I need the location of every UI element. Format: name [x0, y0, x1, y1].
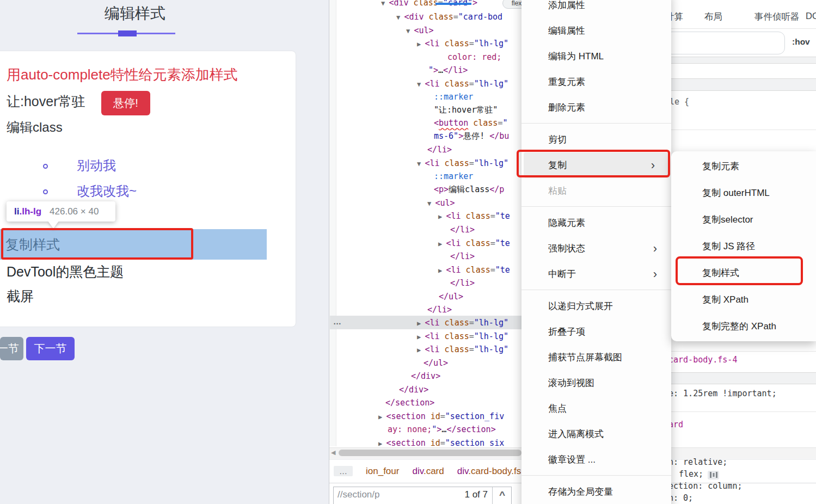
- list-item[interactable]: 截屏: [7, 287, 34, 305]
- code-line[interactable]: </li>: [427, 304, 452, 316]
- submenu-item[interactable]: 复制selector: [671, 206, 816, 233]
- code-line[interactable]: color: red;: [447, 51, 501, 63]
- code-line[interactable]: </li>: [427, 144, 452, 156]
- context-menu-item[interactable]: 重复元素: [521, 69, 671, 95]
- expand-arrow-icon[interactable]: ▶: [438, 267, 446, 274]
- code-token: <ul>: [435, 198, 455, 208]
- code-line[interactable]: </li>: [450, 224, 475, 236]
- code-line[interactable]: ms-6">悬停! </bu: [434, 130, 509, 142]
- row-more-button[interactable]: …: [333, 317, 342, 326]
- expand-arrow-icon[interactable]: ▼: [427, 200, 435, 207]
- code-line[interactable]: ▼ <div class="card-bod: [396, 11, 502, 23]
- prev-section-button[interactable]: 一节: [0, 337, 23, 360]
- context-menu-item[interactable]: 中断于›: [521, 261, 671, 287]
- code-line[interactable]: ▼ <li class="lh-lg": [417, 78, 508, 90]
- code-line[interactable]: </ul>: [439, 291, 463, 303]
- code-line[interactable]: </li>: [450, 277, 475, 289]
- context-menu-item[interactable]: 捕获节点屏幕截图: [521, 345, 671, 370]
- code-line[interactable]: <p>编辑class</p: [434, 183, 504, 195]
- context-menu-item[interactable]: 折叠子项: [521, 319, 671, 345]
- code-line[interactable]: </li>: [450, 250, 475, 262]
- code-line[interactable]: ▶ <section id="section_fiv: [378, 410, 504, 423]
- list-item[interactable]: DevTool的黑色主题: [7, 263, 124, 281]
- menu-item-label: 剪切: [548, 134, 567, 145]
- code-line[interactable]: ▶ <li class="te: [438, 264, 510, 276]
- expand-arrow-icon[interactable]: ▶: [438, 240, 446, 248]
- context-menu-item[interactable]: 徽章设置 ...: [521, 447, 671, 472]
- hover-button[interactable]: 悬停!: [101, 91, 150, 115]
- context-menu-item[interactable]: 焦点: [521, 396, 671, 421]
- code-line[interactable]: ▶ <li class="lh-lg": [417, 330, 508, 343]
- expand-arrow-icon[interactable]: ▶: [378, 440, 386, 447]
- tab-事件侦听器[interactable]: 事件侦听器: [754, 11, 800, 23]
- breadcrumb-item[interactable]: ion_four: [366, 466, 399, 477]
- code-line[interactable]: ▶ <li class="lh-lg": [417, 317, 508, 329]
- context-menu-item[interactable]: 强制状态›: [521, 236, 671, 261]
- style-rule-fragment[interactable]: flex;: [679, 468, 719, 480]
- code-line[interactable]: ">…</li>: [428, 64, 468, 76]
- code-line[interactable]: "让:hover常驻": [434, 104, 498, 116]
- context-menu-item[interactable]: 存储为全局变量: [521, 479, 671, 504]
- style-rule-fragment[interactable]: e: 1.25rem !important;: [668, 388, 777, 399]
- list-item-link[interactable]: 别动我: [77, 157, 116, 174]
- context-menu-item[interactable]: 添加属性: [521, 0, 671, 18]
- style-rule-fragment[interactable]: n: relative;: [668, 456, 727, 468]
- code-line[interactable]: ▼ <li class="lh-lg": [417, 157, 508, 170]
- context-menu-item[interactable]: 进入隔离模式: [521, 421, 671, 447]
- expand-arrow-icon[interactable]: ▶: [438, 213, 446, 220]
- code-line[interactable]: </div>: [399, 384, 428, 396]
- tab-布局[interactable]: 布局: [704, 11, 722, 23]
- context-menu-item[interactable]: 剪切: [521, 127, 671, 152]
- breadcrumb-item[interactable]: …: [334, 466, 353, 476]
- submenu-item[interactable]: 复制 outerHTML: [671, 180, 816, 206]
- breadcrumb-item[interactable]: div.card-body.fs: [457, 466, 521, 477]
- expand-arrow-icon[interactable]: ▶: [417, 333, 425, 341]
- search-previous-button[interactable]: ^: [493, 486, 511, 504]
- context-menu-item[interactable]: 以递归方式展开: [521, 293, 671, 319]
- scrollbar-thumb[interactable]: [339, 450, 521, 456]
- code-line[interactable]: ::marker: [434, 170, 473, 182]
- flex-editor-icon[interactable]: [708, 471, 719, 480]
- expand-arrow-icon[interactable]: ▶: [378, 413, 386, 421]
- submenu-item[interactable]: 复制 JS 路径: [671, 233, 816, 260]
- breadcrumb-item[interactable]: div.card: [412, 466, 444, 477]
- code-line[interactable]: </ul>: [424, 357, 448, 369]
- next-section-button[interactable]: 下一节: [26, 337, 75, 360]
- expand-arrow-icon[interactable]: ▼: [417, 160, 425, 168]
- menu-item-label: 徽章设置 ...: [548, 454, 596, 465]
- expand-arrow-icon[interactable]: ▶: [417, 319, 425, 327]
- tab-DO[interactable]: DO: [806, 11, 816, 21]
- expand-arrow-icon[interactable]: ▼: [381, 0, 389, 7]
- submenu-item[interactable]: 复制元素: [671, 153, 816, 180]
- code-line[interactable]: ▶ <li class="lh-lg": [417, 38, 508, 50]
- code-line[interactable]: </section>: [385, 397, 434, 409]
- expand-arrow-icon[interactable]: ▶: [417, 346, 425, 354]
- context-menu-item[interactable]: 滚动到视图: [521, 370, 671, 396]
- context-menu-item[interactable]: 隐藏元素: [521, 210, 671, 236]
- submenu-item[interactable]: 复制完整的 XPath: [671, 313, 816, 340]
- scrollbar-left-arrow-icon[interactable]: ◀: [331, 449, 335, 456]
- expand-arrow-icon[interactable]: ▼: [417, 81, 425, 88]
- style-rule-fragment[interactable]: ection: column;: [668, 480, 742, 492]
- expand-arrow-icon[interactable]: ▼: [406, 27, 414, 35]
- expand-arrow-icon[interactable]: ▶: [417, 40, 425, 48]
- toggle-hov-button[interactable]: :hov: [792, 37, 810, 47]
- code-line[interactable]: ay: none;">…</section>: [388, 423, 496, 435]
- code-line[interactable]: ▼ <ul>: [406, 24, 434, 37]
- context-menu-item[interactable]: 编辑属性: [521, 18, 671, 44]
- expand-arrow-icon[interactable]: ▼: [396, 14, 404, 21]
- code-line[interactable]: ▼ <ul>: [427, 197, 455, 210]
- search-query-text[interactable]: //section/p: [338, 489, 380, 500]
- code-line[interactable]: <button class=": [434, 117, 507, 129]
- code-line[interactable]: ▶ <li class="te: [438, 210, 510, 223]
- context-menu-item[interactable]: 删除元素: [521, 95, 671, 120]
- code-line[interactable]: ▶ <li class="te: [438, 237, 510, 250]
- code-line[interactable]: ::marker: [434, 91, 473, 103]
- code-line[interactable]: ▶ <li class="lh-lg": [417, 343, 508, 356]
- styles-filter-input[interactable]: [665, 32, 785, 54]
- list-item-link[interactable]: 改我改我~: [77, 182, 137, 200]
- submenu-item[interactable]: 复制 XPath: [671, 286, 816, 313]
- context-menu-item[interactable]: 编辑为 HTML: [521, 44, 671, 69]
- code-line[interactable]: </div>: [411, 370, 440, 382]
- style-rule-fragment[interactable]: h: 0;: [668, 492, 693, 504]
